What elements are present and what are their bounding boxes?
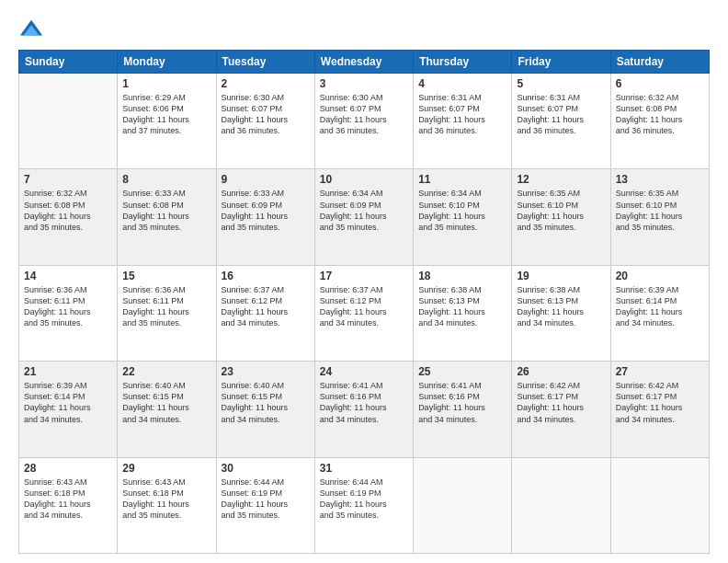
weekday-header-monday: Monday (118, 51, 216, 74)
day-number: 15 (122, 270, 210, 282)
cell-info: Sunrise: 6:41 AMSunset: 6:16 PMDaylight:… (418, 380, 506, 425)
day-number: 11 (418, 173, 506, 186)
calendar-day-cell: 25Sunrise: 6:41 AMSunset: 6:16 PMDayligh… (414, 362, 512, 457)
cell-info: Sunrise: 6:36 AMSunset: 6:11 PMDaylight:… (24, 284, 112, 329)
calendar-day-cell: 2Sunrise: 6:30 AMSunset: 6:07 PMDaylight… (216, 74, 314, 169)
page: SundayMondayTuesdayWednesdayThursdayFrid… (0, 0, 728, 563)
empty-cell (414, 457, 512, 553)
cell-info: Sunrise: 6:38 AMSunset: 6:13 PMDaylight:… (418, 284, 506, 329)
cell-info: Sunrise: 6:41 AMSunset: 6:16 PMDaylight:… (320, 380, 408, 425)
calendar-week-row: 28Sunrise: 6:43 AMSunset: 6:18 PMDayligh… (19, 457, 710, 553)
calendar-day-cell: 28Sunrise: 6:43 AMSunset: 6:18 PMDayligh… (19, 457, 118, 553)
calendar-day-cell: 14Sunrise: 6:36 AMSunset: 6:11 PMDayligh… (19, 265, 118, 361)
day-number: 12 (517, 173, 605, 186)
weekday-header-tuesday: Tuesday (216, 51, 314, 74)
cell-info: Sunrise: 6:39 AMSunset: 6:14 PMDaylight:… (616, 284, 704, 329)
day-number: 24 (320, 365, 408, 378)
calendar-day-cell: 4Sunrise: 6:31 AMSunset: 6:07 PMDaylight… (414, 74, 512, 169)
calendar-week-row: 7Sunrise: 6:32 AMSunset: 6:08 PMDaylight… (19, 169, 710, 265)
day-number: 23 (222, 365, 310, 378)
day-number: 29 (122, 462, 210, 475)
day-number: 31 (320, 462, 408, 475)
calendar-day-cell: 5Sunrise: 6:31 AMSunset: 6:07 PMDaylight… (512, 74, 610, 169)
day-number: 17 (320, 270, 408, 282)
cell-info: Sunrise: 6:42 AMSunset: 6:17 PMDaylight:… (616, 380, 704, 425)
calendar-day-cell: 19Sunrise: 6:38 AMSunset: 6:13 PMDayligh… (512, 265, 610, 361)
calendar-day-cell: 10Sunrise: 6:34 AMSunset: 6:09 PMDayligh… (314, 169, 413, 265)
cell-info: Sunrise: 6:39 AMSunset: 6:14 PMDaylight:… (24, 380, 112, 425)
day-number: 3 (320, 77, 408, 90)
cell-info: Sunrise: 6:42 AMSunset: 6:17 PMDaylight:… (517, 380, 605, 425)
cell-info: Sunrise: 6:40 AMSunset: 6:15 PMDaylight:… (122, 380, 210, 425)
day-number: 30 (222, 462, 310, 475)
cell-info: Sunrise: 6:35 AMSunset: 6:10 PMDaylight:… (517, 188, 605, 233)
empty-cell (512, 457, 610, 553)
calendar-day-cell: 31Sunrise: 6:44 AMSunset: 6:19 PMDayligh… (314, 457, 413, 553)
cell-info: Sunrise: 6:37 AMSunset: 6:12 PMDaylight:… (320, 284, 408, 329)
calendar-header-row: SundayMondayTuesdayWednesdayThursdayFrid… (19, 51, 710, 74)
logo-icon (18, 17, 44, 42)
cell-info: Sunrise: 6:43 AMSunset: 6:18 PMDaylight:… (24, 477, 112, 522)
calendar-day-cell: 9Sunrise: 6:33 AMSunset: 6:09 PMDaylight… (216, 169, 314, 265)
calendar-day-cell: 3Sunrise: 6:30 AMSunset: 6:07 PMDaylight… (314, 74, 413, 169)
day-number: 27 (616, 365, 704, 378)
cell-info: Sunrise: 6:34 AMSunset: 6:09 PMDaylight:… (320, 188, 408, 233)
calendar-day-cell: 6Sunrise: 6:32 AMSunset: 6:08 PMDaylight… (610, 74, 709, 169)
cell-info: Sunrise: 6:38 AMSunset: 6:13 PMDaylight:… (517, 284, 605, 329)
cell-info: Sunrise: 6:33 AMSunset: 6:09 PMDaylight:… (222, 188, 310, 233)
cell-info: Sunrise: 6:32 AMSunset: 6:08 PMDaylight:… (24, 188, 112, 233)
cell-info: Sunrise: 6:31 AMSunset: 6:07 PMDaylight:… (517, 92, 605, 137)
calendar-table: SundayMondayTuesdayWednesdayThursdayFrid… (18, 50, 710, 554)
empty-cell (610, 457, 709, 553)
weekday-header-wednesday: Wednesday (314, 51, 413, 74)
calendar-day-cell: 20Sunrise: 6:39 AMSunset: 6:14 PMDayligh… (610, 265, 709, 361)
calendar-day-cell: 8Sunrise: 6:33 AMSunset: 6:08 PMDaylight… (118, 169, 216, 265)
calendar-day-cell: 24Sunrise: 6:41 AMSunset: 6:16 PMDayligh… (314, 362, 413, 457)
calendar-day-cell: 13Sunrise: 6:35 AMSunset: 6:10 PMDayligh… (610, 169, 709, 265)
day-number: 26 (517, 365, 605, 378)
cell-info: Sunrise: 6:44 AMSunset: 6:19 PMDaylight:… (320, 477, 408, 522)
day-number: 10 (320, 173, 408, 186)
cell-info: Sunrise: 6:32 AMSunset: 6:08 PMDaylight:… (616, 92, 704, 137)
day-number: 13 (616, 173, 704, 186)
day-number: 18 (418, 270, 506, 282)
calendar-day-cell: 18Sunrise: 6:38 AMSunset: 6:13 PMDayligh… (414, 265, 512, 361)
day-number: 1 (122, 77, 210, 90)
calendar-day-cell: 23Sunrise: 6:40 AMSunset: 6:15 PMDayligh… (216, 362, 314, 457)
weekday-header-saturday: Saturday (610, 51, 709, 74)
weekday-header-thursday: Thursday (414, 51, 512, 74)
day-number: 8 (122, 173, 210, 186)
day-number: 14 (24, 270, 112, 282)
calendar-day-cell: 12Sunrise: 6:35 AMSunset: 6:10 PMDayligh… (512, 169, 610, 265)
calendar-day-cell: 16Sunrise: 6:37 AMSunset: 6:12 PMDayligh… (216, 265, 314, 361)
calendar-week-row: 14Sunrise: 6:36 AMSunset: 6:11 PMDayligh… (19, 265, 710, 361)
calendar-day-cell: 21Sunrise: 6:39 AMSunset: 6:14 PMDayligh… (19, 362, 118, 457)
cell-info: Sunrise: 6:35 AMSunset: 6:10 PMDaylight:… (616, 188, 704, 233)
calendar-week-row: 21Sunrise: 6:39 AMSunset: 6:14 PMDayligh… (19, 362, 710, 457)
cell-info: Sunrise: 6:40 AMSunset: 6:15 PMDaylight:… (222, 380, 310, 425)
calendar-day-cell: 11Sunrise: 6:34 AMSunset: 6:10 PMDayligh… (414, 169, 512, 265)
day-number: 19 (517, 270, 605, 282)
cell-info: Sunrise: 6:29 AMSunset: 6:06 PMDaylight:… (122, 92, 210, 137)
calendar-week-row: 1Sunrise: 6:29 AMSunset: 6:06 PMDaylight… (19, 74, 710, 169)
day-number: 5 (517, 77, 605, 90)
weekday-header-friday: Friday (512, 51, 610, 74)
day-number: 6 (616, 77, 704, 90)
cell-info: Sunrise: 6:30 AMSunset: 6:07 PMDaylight:… (320, 92, 408, 137)
calendar-day-cell: 7Sunrise: 6:32 AMSunset: 6:08 PMDaylight… (19, 169, 118, 265)
calendar-day-cell: 22Sunrise: 6:40 AMSunset: 6:15 PMDayligh… (118, 362, 216, 457)
day-number: 25 (418, 365, 506, 378)
calendar-day-cell: 30Sunrise: 6:44 AMSunset: 6:19 PMDayligh… (216, 457, 314, 553)
cell-info: Sunrise: 6:36 AMSunset: 6:11 PMDaylight:… (122, 284, 210, 329)
cell-info: Sunrise: 6:34 AMSunset: 6:10 PMDaylight:… (418, 188, 506, 233)
day-number: 28 (24, 462, 112, 475)
header (18, 17, 710, 42)
day-number: 2 (222, 77, 310, 90)
weekday-header-sunday: Sunday (19, 51, 118, 74)
day-number: 22 (122, 365, 210, 378)
calendar-day-cell: 27Sunrise: 6:42 AMSunset: 6:17 PMDayligh… (610, 362, 709, 457)
calendar-day-cell: 26Sunrise: 6:42 AMSunset: 6:17 PMDayligh… (512, 362, 610, 457)
cell-info: Sunrise: 6:33 AMSunset: 6:08 PMDaylight:… (122, 188, 210, 233)
empty-cell (19, 74, 118, 169)
cell-info: Sunrise: 6:43 AMSunset: 6:18 PMDaylight:… (122, 477, 210, 522)
